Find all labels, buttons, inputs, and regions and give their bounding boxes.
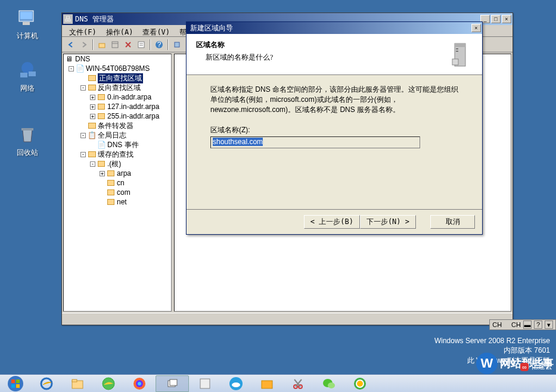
back-button[interactable]: < 上一步(B) <box>304 215 360 229</box>
close-button[interactable]: × <box>502 15 511 23</box>
properties-button[interactable] <box>135 38 148 51</box>
tree-root-dns[interactable]: 🖥 DNS <box>64 54 171 64</box>
desktop-icon-label: 回收站 <box>10 148 45 158</box>
svg-rect-37 <box>200 379 210 388</box>
next-button[interactable]: 下一步(N) > <box>360 215 416 229</box>
tree-zone-item[interactable]: + 127.in-addr.arpa <box>64 102 171 111</box>
taskbar-folder-icon[interactable] <box>252 375 282 392</box>
taskbar <box>0 374 556 392</box>
wizard-close-button[interactable]: × <box>471 24 481 32</box>
expander-icon[interactable]: + <box>90 104 95 110</box>
svg-rect-5 <box>29 71 36 76</box>
expander-icon[interactable]: - <box>80 152 86 157</box>
svg-rect-6 <box>21 128 33 130</box>
desktop-recycle-bin-icon[interactable]: 回收站 <box>10 124 45 158</box>
lang-indicator[interactable]: CH <box>511 321 521 328</box>
tree-pane[interactable]: 🖥 DNS - 📄 WIN-54T06B798MS 正向查找区域 - 反向查找区… <box>63 54 172 312</box>
expander-icon[interactable]: - <box>80 133 86 138</box>
taskbar-browser2-icon[interactable] <box>125 375 154 392</box>
back-button[interactable] <box>64 38 77 51</box>
tree-cached-lookups[interactable]: - 缓存的查找 <box>64 150 171 159</box>
window-stack-icon <box>166 378 178 390</box>
desktop-computer-icon[interactable]: 计算机 <box>10 7 45 41</box>
recycle-bin-icon <box>17 124 38 145</box>
secondary-logo: ∞ 亿速云 <box>520 362 552 372</box>
tree-server[interactable]: - 📄 WIN-54T06B798MS <box>64 64 171 73</box>
tool-icon-1[interactable] <box>170 38 184 51</box>
taskbar-active-window[interactable] <box>156 375 189 392</box>
desktop-icon-label: 计算机 <box>10 31 45 41</box>
taskbar-cloud-icon[interactable] <box>221 375 251 392</box>
desktop-network-icon[interactable]: 网络 <box>10 60 45 94</box>
tree-cache-item[interactable]: + arpa <box>64 169 171 178</box>
tree-cache-root[interactable]: - .(根) <box>64 159 171 169</box>
start-button[interactable] <box>1 375 30 392</box>
tree-conditional-fwd[interactable]: 条件转发器 <box>64 121 171 130</box>
folder-icon <box>97 112 105 120</box>
new-zone-wizard-dialog: 新建区域向导 × 区域名称 新区域的名称是什么? 区域名称指定 DNS 命名空间… <box>186 21 483 235</box>
svg-point-39 <box>232 382 240 387</box>
windows-logo-icon <box>7 375 24 392</box>
folder-icon <box>88 122 96 130</box>
forward-button[interactable] <box>77 38 91 51</box>
wizard-header: 区域名称 新区域的名称是什么? <box>187 34 482 75</box>
expander-icon[interactable]: + <box>90 114 95 119</box>
taskbar-wechat-icon[interactable] <box>314 375 344 392</box>
expander-icon[interactable]: - <box>69 66 74 71</box>
delete-button[interactable] <box>122 38 135 51</box>
langbar-help-icon[interactable]: ? <box>534 321 542 329</box>
tree-cache-item[interactable]: net <box>64 197 171 207</box>
lang-indicator[interactable]: CH <box>492 321 502 328</box>
maximize-button[interactable]: □ <box>491 15 501 23</box>
folder-icon <box>88 150 96 158</box>
svg-point-34 <box>138 382 141 385</box>
svg-rect-19 <box>456 48 458 49</box>
cancel-button[interactable]: 取消 <box>430 215 475 229</box>
tree-cache-item[interactable]: cn <box>64 178 171 188</box>
zone-name-input[interactable]: shouthseal.com <box>210 136 420 148</box>
expander-icon[interactable]: + <box>100 171 105 176</box>
taskbar-explorer-icon[interactable] <box>63 375 92 392</box>
tree-global-log[interactable]: - 📋 全局日志 <box>64 130 171 140</box>
svg-point-47 <box>357 381 363 387</box>
taskbar-snip-icon[interactable] <box>283 375 313 392</box>
tree-cache-item[interactable]: com <box>64 188 171 197</box>
toolbar-separator <box>150 39 151 50</box>
menu-view[interactable]: 查看(V) <box>138 26 175 35</box>
menu-file[interactable]: 文件(F) <box>64 26 101 35</box>
langbar-min-icon[interactable]: ▬ <box>523 321 532 329</box>
taskbar-browser-icon[interactable] <box>94 375 123 392</box>
folder-icon <box>70 377 85 391</box>
desktop-icon-label: 网络 <box>10 83 45 94</box>
taskbar-ie-icon[interactable] <box>32 375 61 392</box>
up-button[interactable] <box>95 38 108 51</box>
svg-rect-26 <box>16 384 20 388</box>
svg-rect-8 <box>112 42 118 48</box>
expander-icon[interactable]: - <box>90 161 95 167</box>
expander-icon[interactable]: - <box>80 85 86 91</box>
help-button[interactable]: ? <box>153 38 166 51</box>
menu-action[interactable]: 操作(A) <box>101 26 138 35</box>
cloud-icon <box>229 377 243 391</box>
svg-rect-2 <box>23 22 30 25</box>
language-bar[interactable]: CH CH ▬ ? ▾ <box>489 319 556 330</box>
logo-badge: W <box>476 353 498 374</box>
svg-point-22 <box>8 376 23 391</box>
tree-dns-events[interactable]: 📄 DNS 事件 <box>64 140 171 150</box>
ie-icon <box>39 377 54 391</box>
tree-zone-item[interactable]: + 0.in-addr.arpa <box>64 92 171 102</box>
tree-zone-item[interactable]: + 255.in-addr.arpa <box>64 111 171 121</box>
taskbar-security-icon[interactable] <box>345 375 375 392</box>
server-tower-icon <box>444 40 473 69</box>
folder-icon <box>107 188 115 197</box>
langbar-options-icon[interactable]: ▾ <box>545 321 553 329</box>
expander-icon[interactable]: + <box>90 95 95 100</box>
folder-icon <box>107 179 115 187</box>
taskbar-app-icon[interactable] <box>190 375 220 392</box>
dns-root-icon: 🖥 <box>65 55 73 63</box>
tree-forward-zones[interactable]: 正向查找区域 <box>64 73 171 83</box>
svg-rect-1 <box>20 12 32 19</box>
svg-rect-23 <box>11 379 15 383</box>
show-hide-button[interactable] <box>108 38 122 51</box>
tree-reverse-zones[interactable]: - 反向查找区域 <box>64 83 171 92</box>
